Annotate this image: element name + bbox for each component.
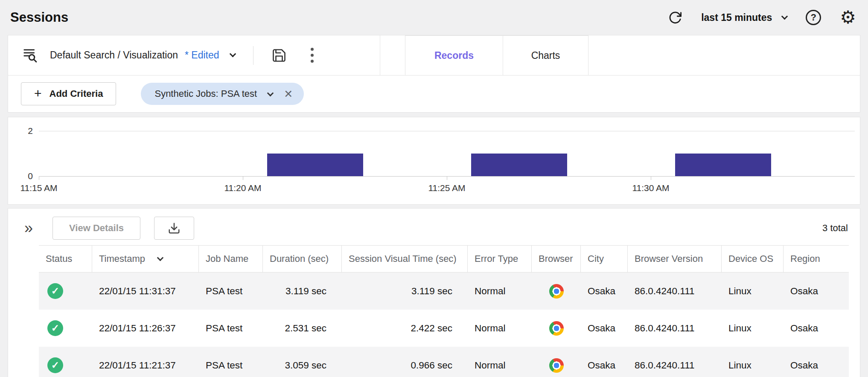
table-cell-duration: 3.119 sec	[263, 273, 342, 310]
time-range-label: last 15 minutes	[701, 12, 772, 23]
chevron-down-icon[interactable]	[229, 51, 236, 58]
filter-bar: + Add Criteria Synthetic Jobs: PSA test …	[8, 75, 860, 112]
column-header-label: Browser Version	[635, 253, 703, 264]
chart-bar[interactable]	[471, 154, 567, 176]
column-header-duration[interactable]: Duration (sec)	[263, 246, 342, 272]
time-range-dropdown[interactable]: last 15 minutes	[701, 12, 787, 23]
table-cell-region: Osaka	[784, 273, 849, 310]
download-button[interactable]	[154, 217, 194, 240]
column-header-error_type[interactable]: Error Type	[468, 246, 532, 272]
results-panel: » View Details 3 total StatusTimestampJo…	[8, 208, 860, 377]
table-cell-session_visual_time: 0.966 sec	[342, 347, 468, 377]
table-cell-error_type: Normal	[468, 273, 532, 310]
table-cell-session_visual_time: 3.119 sec	[342, 273, 468, 310]
column-header-status[interactable]: Status	[39, 246, 92, 272]
success-status-icon: ✓	[47, 320, 63, 336]
success-status-icon: ✓	[47, 283, 63, 299]
table-cell-status: ✓	[39, 273, 92, 310]
table-body: ✓22/01/15 11:31:37PSA test3.119 sec3.119…	[39, 273, 849, 377]
chrome-browser-icon	[549, 284, 564, 299]
search-panel: Default Search / Visualization * Edited …	[8, 35, 860, 113]
chart-bar[interactable]	[675, 154, 771, 176]
table-row[interactable]: ✓22/01/15 11:26:37PSA test2.531 sec2.422…	[39, 310, 849, 347]
view-details-button[interactable]: View Details	[52, 217, 140, 240]
page-title: Sessions	[10, 10, 68, 25]
settings-button[interactable]: ⚙	[840, 9, 856, 26]
column-header-browser[interactable]: Browser	[532, 246, 581, 272]
column-header-job_name[interactable]: Job Name	[199, 246, 263, 272]
table-cell-city: Osaka	[581, 310, 628, 347]
x-axis-tick	[651, 176, 651, 180]
search-toolbar-row: Default Search / Visualization * Edited …	[8, 35, 860, 75]
x-axis: 11:15 AM11:20 AM11:25 AM11:30 AM	[39, 176, 855, 200]
table-cell-region: Osaka	[784, 310, 849, 347]
table-row[interactable]: ✓22/01/15 11:31:37PSA test3.119 sec3.119…	[39, 273, 849, 310]
filter-chip-synthetic-jobs[interactable]: Synthetic Jobs: PSA test ✕	[141, 83, 304, 105]
table-cell-status: ✓	[39, 310, 92, 347]
gear-icon: ⚙	[840, 9, 856, 26]
sessions-timeline-chart: 2 0 11:15 AM11:20 AM11:25 AM11:30 AM	[8, 117, 860, 205]
save-icon	[271, 48, 287, 63]
table-cell-duration: 2.531 sec	[263, 310, 342, 347]
close-icon[interactable]: ✕	[284, 89, 293, 99]
table-cell-device_os: Linux	[722, 273, 784, 310]
toolbar-divider	[253, 46, 253, 65]
column-header-city[interactable]: City	[581, 246, 628, 272]
table-cell-error_type: Normal	[468, 310, 532, 347]
column-header-browser_version[interactable]: Browser Version	[628, 246, 722, 272]
add-criteria-button[interactable]: + Add Criteria	[21, 82, 116, 105]
more-options-button[interactable]	[311, 48, 314, 63]
sessions-table: StatusTimestampJob NameDuration (sec)Ses…	[39, 245, 849, 377]
table-cell-browser	[532, 273, 581, 310]
column-header-label: Error Type	[475, 253, 518, 264]
top-bar: Sessions last 15 minutes ? ⚙	[0, 0, 868, 35]
tab-charts[interactable]: Charts	[503, 35, 588, 75]
expand-panel-icon[interactable]: »	[24, 220, 33, 236]
tab-records[interactable]: Records	[405, 35, 503, 75]
top-bar-actions: last 15 minutes ? ⚙	[668, 9, 856, 26]
column-header-label: Status	[46, 253, 72, 264]
table-cell-city: Osaka	[581, 273, 628, 310]
chart-bar[interactable]	[267, 154, 363, 176]
gridline	[39, 131, 855, 131]
x-axis-tick-label: 11:15 AM	[20, 183, 57, 193]
table-cell-duration: 3.059 sec	[263, 347, 342, 377]
success-status-icon: ✓	[47, 357, 63, 373]
search-visualization-title[interactable]: Default Search / Visualization	[50, 49, 178, 61]
table-cell-browser_version: 86.0.4240.111	[628, 273, 722, 310]
chevron-down-icon	[781, 13, 788, 20]
column-header-session_visual_time[interactable]: Session Visual Time (sec)	[342, 246, 468, 272]
table-cell-city: Osaka	[581, 347, 628, 377]
table-cell-device_os: Linux	[722, 347, 784, 377]
chevron-down-icon[interactable]	[267, 90, 274, 96]
table-cell-job_name: PSA test	[199, 310, 263, 347]
column-header-timestamp[interactable]: Timestamp	[92, 246, 199, 272]
search-toolbar: Default Search / Visualization * Edited	[8, 35, 380, 75]
table-cell-error_type: Normal	[468, 347, 532, 377]
help-button[interactable]: ?	[806, 10, 821, 25]
refresh-icon	[668, 11, 682, 25]
y-axis-max-label: 2	[16, 126, 33, 136]
add-criteria-label: Add Criteria	[50, 88, 103, 99]
table-cell-browser_version: 86.0.4240.111	[628, 310, 722, 347]
column-header-label: Browser	[539, 253, 573, 264]
x-axis-tick-label: 11:30 AM	[632, 183, 669, 193]
table-cell-status: ✓	[39, 347, 92, 377]
column-header-label: City	[588, 253, 604, 264]
sort-chevron-icon[interactable]	[157, 254, 164, 261]
table-cell-browser	[532, 347, 581, 377]
chrome-browser-icon	[549, 358, 564, 373]
column-header-device_os[interactable]: Device OS	[722, 246, 784, 272]
column-header-label: Job Name	[206, 253, 248, 264]
x-axis-tick	[447, 176, 447, 180]
refresh-button[interactable]	[668, 11, 682, 25]
filter-chip-label: Synthetic Jobs: PSA test	[154, 88, 257, 99]
column-header-label: Session Visual Time (sec)	[349, 253, 457, 264]
column-header-region[interactable]: Region	[784, 246, 849, 272]
view-tabs: Records Charts	[405, 35, 588, 75]
plus-icon: +	[34, 86, 42, 101]
save-button[interactable]	[271, 48, 287, 63]
table-header-row: StatusTimestampJob NameDuration (sec)Ses…	[39, 245, 849, 273]
table-row[interactable]: ✓22/01/15 11:21:37PSA test3.059 sec0.966…	[39, 347, 849, 377]
table-cell-region: Osaka	[784, 347, 849, 377]
